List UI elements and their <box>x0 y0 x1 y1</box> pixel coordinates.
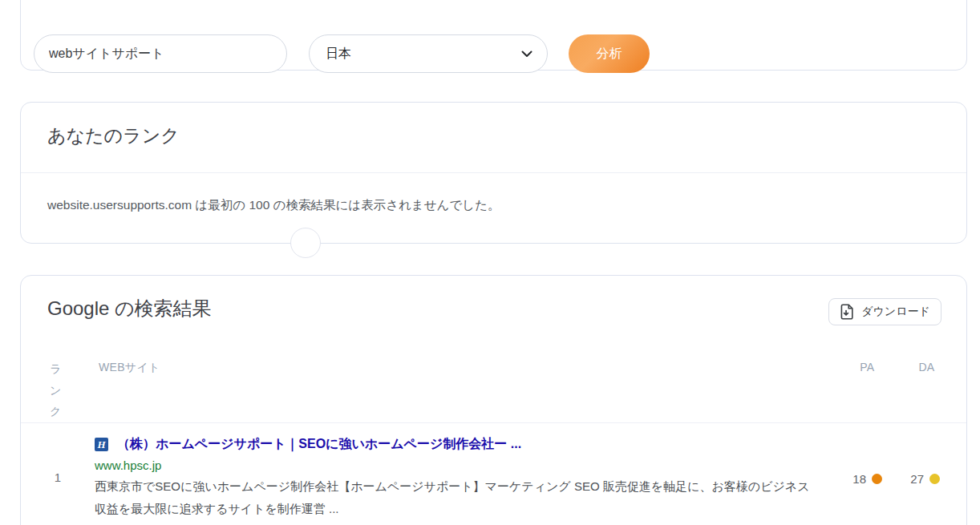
table-row: H （株）ホームページサポート｜SEOに強いホームページ制作会社ー ... ww… <box>95 435 826 519</box>
your-rank-title: あなたのランク <box>47 123 180 148</box>
result-title-link[interactable]: （株）ホームページサポート｜SEOに強いホームページ制作会社ー ... <box>117 436 521 453</box>
keyword-input[interactable] <box>34 34 287 73</box>
analyze-button[interactable]: 分析 <box>569 34 650 73</box>
chevron-down-icon <box>521 50 533 58</box>
download-button[interactable]: ダウンロード <box>828 298 942 325</box>
download-button-label: ダウンロード <box>861 305 930 319</box>
divider <box>21 422 966 423</box>
google-results-card: Google の検索結果 ダウンロード ランク WEBサイト PA DA 1 H… <box>20 275 967 525</box>
pa-value: 18 <box>852 472 866 486</box>
divider <box>21 172 966 173</box>
da-value: 27 <box>910 472 924 486</box>
column-header-website: WEBサイト <box>99 361 160 375</box>
column-header-da: DA <box>878 361 934 374</box>
rank-value: 1 <box>43 470 72 485</box>
result-url: www.hpsc.jp <box>95 459 826 472</box>
loader-circle <box>290 228 321 258</box>
column-header-pa: PA <box>818 361 874 374</box>
da-cell: 27 <box>881 469 940 488</box>
pa-cell: 18 <box>823 469 882 488</box>
results-title: Google の検索結果 <box>47 295 212 322</box>
file-download-icon <box>840 304 854 320</box>
your-rank-card: あなたのランク website.usersupports.com は最初の 10… <box>20 102 967 244</box>
site-favicon: H <box>95 438 108 451</box>
column-header-rank: ランク <box>50 358 63 422</box>
country-select-value: 日本 <box>326 46 351 63</box>
query-bar-card: 日本 分析 <box>20 0 967 71</box>
result-description: 西東京市でSEOに強いホームページ制作会社【ホームページサポート】マーケティング… <box>95 475 820 519</box>
da-score-dot <box>929 474 940 484</box>
country-select[interactable]: 日本 <box>309 34 548 73</box>
rank-result-message: website.usersupports.com は最初の 100 の検索結果に… <box>47 196 500 215</box>
